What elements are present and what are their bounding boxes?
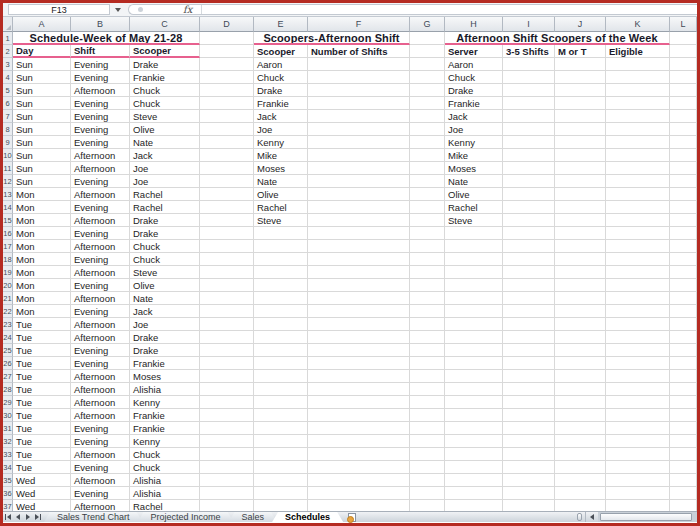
cell-shift[interactable]: Evening (71, 58, 130, 71)
row-header-13[interactable]: 13 (3, 188, 13, 201)
cell-scooper-name[interactable] (254, 383, 308, 396)
cell-shift[interactable]: Afternoon (71, 162, 130, 175)
cell-shift[interactable]: Evening (71, 435, 130, 448)
cell[interactable] (606, 318, 670, 331)
cell[interactable] (670, 71, 697, 84)
cell[interactable] (503, 487, 555, 500)
cell[interactable] (410, 396, 445, 409)
cell-scooper-name[interactable] (254, 474, 308, 487)
cell-scooper[interactable]: Rachel (130, 201, 200, 214)
cell[interactable] (555, 448, 606, 461)
cell-shift[interactable]: Evening (71, 97, 130, 110)
cell-scooper-name[interactable] (254, 240, 308, 253)
cell[interactable] (503, 84, 555, 97)
cell[interactable] (410, 188, 445, 201)
cell[interactable] (503, 253, 555, 266)
cell-scooper-name[interactable]: Kenny (254, 136, 308, 149)
cell[interactable] (606, 71, 670, 84)
cell[interactable] (503, 201, 555, 214)
cell[interactable] (606, 474, 670, 487)
cell-server-name[interactable] (445, 240, 503, 253)
cell-scooper-name[interactable] (254, 266, 308, 279)
cell[interactable] (503, 331, 555, 344)
horizontal-scrollbar[interactable] (598, 512, 697, 522)
cell[interactable] (670, 435, 697, 448)
cell[interactable] (555, 318, 606, 331)
cell[interactable] (503, 448, 555, 461)
cell[interactable] (200, 201, 254, 214)
cell[interactable] (410, 201, 445, 214)
cell[interactable] (555, 331, 606, 344)
row-header-33[interactable]: 33 (3, 448, 13, 461)
cell[interactable] (606, 331, 670, 344)
cell[interactable] (308, 227, 410, 240)
cell[interactable] (308, 318, 410, 331)
cell-server-name[interactable] (445, 266, 503, 279)
cell[interactable] (670, 331, 697, 344)
cell[interactable] (606, 305, 670, 318)
cell-scooper[interactable]: Frankie (130, 422, 200, 435)
cell[interactable] (200, 110, 254, 123)
cell-day[interactable]: Mon (13, 279, 71, 292)
tab-nav-prev-button[interactable] (13, 512, 23, 522)
cell-server-name[interactable] (445, 344, 503, 357)
cell-server-name[interactable] (445, 357, 503, 370)
cell[interactable] (308, 474, 410, 487)
row-header-21[interactable]: 21 (3, 292, 13, 305)
cell[interactable] (555, 175, 606, 188)
row-header-3[interactable]: 3 (3, 58, 13, 71)
cell-day[interactable]: Sun (13, 71, 71, 84)
cell-scooper-name[interactable] (254, 422, 308, 435)
cell[interactable] (555, 370, 606, 383)
cell[interactable] (308, 409, 410, 422)
row-header-37[interactable]: 37 (3, 500, 13, 511)
cell[interactable] (410, 175, 445, 188)
cell[interactable] (555, 279, 606, 292)
row-header-34[interactable]: 34 (3, 461, 13, 474)
cell[interactable] (555, 227, 606, 240)
cell[interactable] (606, 383, 670, 396)
cell-scooper[interactable]: Chuck (130, 448, 200, 461)
cell-scooper[interactable]: Joe (130, 162, 200, 175)
cell[interactable] (200, 422, 254, 435)
cell[interactable] (555, 383, 606, 396)
cell-shift[interactable]: Afternoon (71, 474, 130, 487)
cell-scooper-name[interactable] (254, 292, 308, 305)
cell[interactable] (410, 474, 445, 487)
cell[interactable] (503, 500, 555, 511)
cell[interactable] (606, 188, 670, 201)
cell[interactable] (308, 331, 410, 344)
cell[interactable] (200, 175, 254, 188)
cell-scooper[interactable]: Olive (130, 123, 200, 136)
row-header-18[interactable]: 18 (3, 253, 13, 266)
cell[interactable] (308, 253, 410, 266)
cell[interactable] (200, 240, 254, 253)
cell[interactable] (410, 266, 445, 279)
cell-scooper-name[interactable]: Jack (254, 110, 308, 123)
cell-shift[interactable]: Afternoon (71, 188, 130, 201)
cell[interactable] (503, 175, 555, 188)
header-scooper[interactable]: Scooper (130, 45, 200, 58)
cell[interactable] (503, 162, 555, 175)
cell[interactable] (606, 422, 670, 435)
cell-shift[interactable]: Afternoon (71, 331, 130, 344)
cell[interactable] (410, 162, 445, 175)
cell[interactable] (410, 123, 445, 136)
cell[interactable] (670, 461, 697, 474)
tab-nav-last-button[interactable] (33, 512, 43, 522)
cell[interactable] (606, 110, 670, 123)
header-m-or-t[interactable]: M or T (555, 45, 606, 58)
cell[interactable] (200, 370, 254, 383)
row-header-17[interactable]: 17 (3, 240, 13, 253)
cell-day[interactable]: Tue (13, 435, 71, 448)
cell[interactable] (503, 344, 555, 357)
cell[interactable] (670, 227, 697, 240)
cell-day[interactable]: Tue (13, 344, 71, 357)
cell-day[interactable]: Mon (13, 266, 71, 279)
tab-split-handle[interactable] (577, 513, 582, 521)
cell-shift[interactable]: Afternoon (71, 214, 130, 227)
cell-day[interactable]: Sun (13, 97, 71, 110)
cell[interactable] (308, 396, 410, 409)
cell[interactable] (308, 383, 410, 396)
cell[interactable] (606, 84, 670, 97)
